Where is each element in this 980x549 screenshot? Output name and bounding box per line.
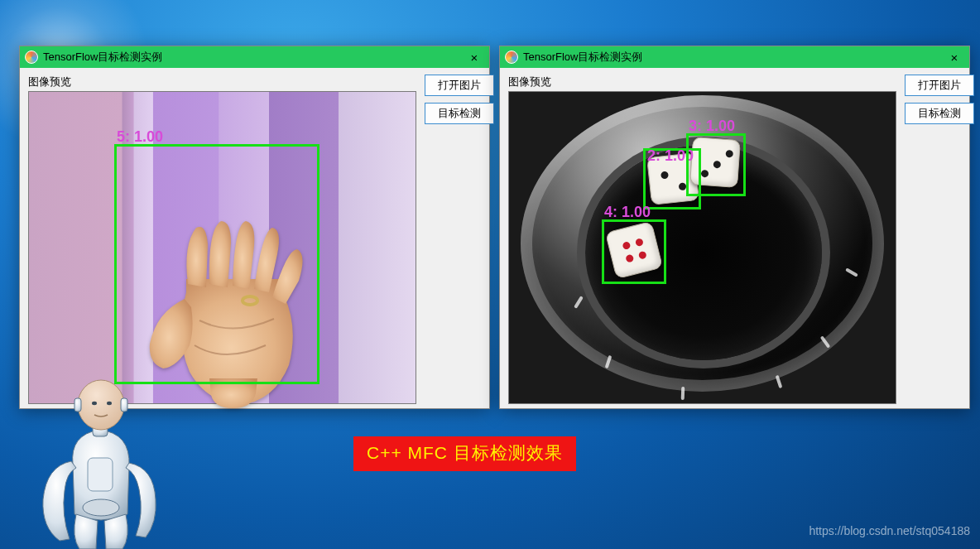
svg-rect-6 <box>74 398 81 412</box>
client-area: 图像预览 <box>500 68 969 412</box>
open-image-button[interactable]: 打开图片 <box>425 75 494 96</box>
window-title: TensorFlow目标检测实例 <box>523 50 642 65</box>
image-preview: 5: 1.00 <box>28 91 416 404</box>
app-icon <box>25 51 38 64</box>
client-area: 图像预览 <box>20 68 489 412</box>
svg-point-3 <box>78 380 124 430</box>
app-icon <box>505 51 518 64</box>
button-panel: 打开图片 目标检测 <box>905 75 974 404</box>
svg-rect-7 <box>121 398 127 412</box>
robot-illustration <box>22 375 179 549</box>
svg-point-4 <box>92 402 97 405</box>
detection-label: 4: 1.00 <box>604 204 651 221</box>
detect-button[interactable]: 目标检测 <box>905 103 974 124</box>
svg-point-8 <box>83 499 119 516</box>
button-panel: 打开图片 目标检测 <box>425 75 494 404</box>
close-icon[interactable]: × <box>944 51 964 65</box>
close-icon[interactable]: × <box>464 51 484 65</box>
preview-label: 图像预览 <box>508 75 896 89</box>
titlebar[interactable]: TensorFlow目标检测实例 × <box>20 46 489 68</box>
watermark-text: https://blog.csdn.net/stq054188 <box>809 524 970 537</box>
detection-box-hand: 5: 1.00 <box>114 144 319 384</box>
titlebar[interactable]: TensorFlow目标检测实例 × <box>500 46 969 68</box>
detection-box-die3: 3: 1.00 <box>686 133 746 196</box>
image-preview: 2: 1.00 3: 1.00 4: 1.00 <box>508 91 896 404</box>
svg-rect-1 <box>88 458 113 491</box>
caption-banner: C++ MFC 目标检测效果 <box>353 436 576 471</box>
open-image-button[interactable]: 打开图片 <box>905 75 974 96</box>
preview-label: 图像预览 <box>28 75 416 89</box>
svg-point-5 <box>107 402 112 405</box>
tensorflow-detection-window-2: TensorFlow目标检测实例 × 图像预览 <box>499 46 970 409</box>
window-title: TensorFlow目标检测实例 <box>43 50 162 65</box>
tensorflow-detection-window-1: TensorFlow目标检测实例 × 图像预览 <box>19 46 490 409</box>
detection-label: 3: 1.00 <box>689 118 735 135</box>
detect-button[interactable]: 目标检测 <box>425 103 494 124</box>
detection-box-die4: 4: 1.00 <box>602 219 666 284</box>
detection-label: 5: 1.00 <box>117 128 163 146</box>
